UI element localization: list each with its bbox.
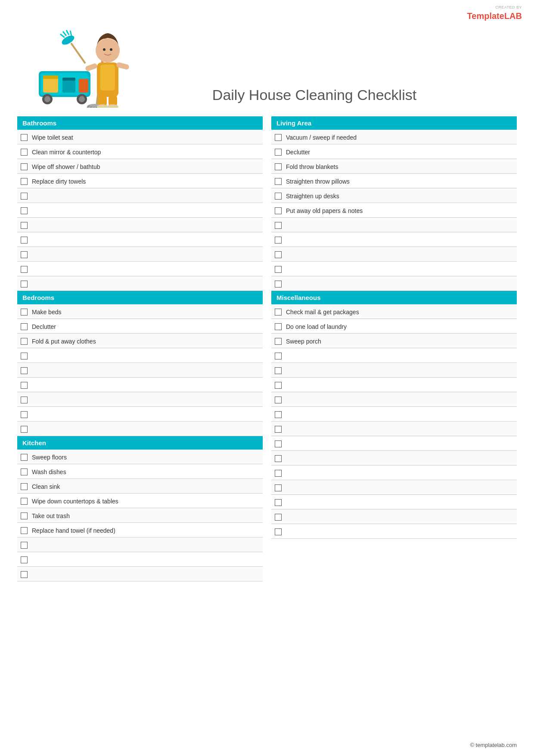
row-label: Fold throw blankets bbox=[286, 163, 338, 170]
row-label: Sweep floors bbox=[32, 454, 67, 461]
checklist-row: Replace hand towel (if needed) bbox=[17, 523, 263, 537]
content-area: BathroomsWipe toilet seatClean mirror & … bbox=[0, 116, 534, 599]
row-label: Declutter bbox=[286, 149, 310, 156]
checkbox[interactable] bbox=[275, 178, 282, 185]
checkbox[interactable] bbox=[21, 397, 28, 403]
checkbox[interactable] bbox=[275, 149, 282, 156]
checklist-row: Fold throw blankets bbox=[271, 159, 517, 174]
svg-rect-19 bbox=[100, 65, 115, 91]
checkbox[interactable] bbox=[21, 469, 28, 475]
checkbox[interactable] bbox=[21, 367, 28, 374]
checkbox[interactable] bbox=[21, 163, 28, 170]
checklist-row bbox=[17, 348, 263, 363]
checkbox[interactable] bbox=[275, 237, 282, 244]
checklist-row: Wash dishes bbox=[17, 464, 263, 479]
section-header-bathrooms: Bathrooms bbox=[17, 116, 263, 130]
checkbox[interactable] bbox=[275, 353, 282, 359]
checkbox[interactable] bbox=[275, 397, 282, 403]
checkbox[interactable] bbox=[21, 382, 28, 389]
checklist-row: Sweep porch bbox=[271, 334, 517, 348]
svg-point-20 bbox=[96, 38, 120, 62]
row-label: Fold & put away clothes bbox=[32, 338, 96, 345]
checkbox[interactable] bbox=[275, 134, 282, 141]
checkbox[interactable] bbox=[275, 266, 282, 273]
checkbox[interactable] bbox=[275, 193, 282, 200]
checklist-row bbox=[17, 567, 263, 581]
checklist-row bbox=[271, 232, 517, 247]
checkbox[interactable] bbox=[21, 266, 28, 273]
section-header-bedrooms: Bedrooms bbox=[17, 291, 263, 304]
checklist-row bbox=[271, 451, 517, 465]
checkbox[interactable] bbox=[21, 483, 28, 490]
svg-rect-9 bbox=[62, 78, 75, 81]
page-title: Daily House Cleaning Checklist bbox=[146, 87, 508, 108]
checkbox[interactable] bbox=[21, 222, 28, 229]
row-label: Sweep porch bbox=[286, 338, 321, 345]
brand-name: TemplateLAB bbox=[467, 10, 522, 22]
checkbox[interactable] bbox=[21, 149, 28, 156]
checkbox[interactable] bbox=[21, 338, 28, 345]
checkbox[interactable] bbox=[21, 237, 28, 244]
checkbox[interactable] bbox=[275, 323, 282, 330]
checkbox[interactable] bbox=[275, 163, 282, 170]
checkbox[interactable] bbox=[275, 484, 282, 491]
checkbox[interactable] bbox=[21, 251, 28, 258]
checkbox[interactable] bbox=[275, 411, 282, 418]
checkbox[interactable] bbox=[21, 178, 28, 185]
right-column: Living AreaVacuum / sweep if neededDeclu… bbox=[271, 116, 517, 581]
checkbox[interactable] bbox=[275, 338, 282, 345]
checkbox[interactable] bbox=[21, 426, 28, 433]
checkbox[interactable] bbox=[275, 281, 282, 287]
row-label: Take out trash bbox=[32, 512, 70, 519]
checkbox[interactable] bbox=[275, 251, 282, 258]
checklist-row bbox=[17, 552, 263, 567]
checkbox[interactable] bbox=[21, 498, 28, 505]
checkbox[interactable] bbox=[275, 367, 282, 374]
illustration bbox=[26, 13, 146, 108]
row-label: Straighten up desks bbox=[286, 193, 339, 200]
checkbox[interactable] bbox=[275, 440, 282, 447]
checkbox[interactable] bbox=[21, 512, 28, 519]
checkbox[interactable] bbox=[275, 426, 282, 433]
checklist-row bbox=[271, 524, 517, 539]
checkbox[interactable] bbox=[21, 323, 28, 330]
checkbox[interactable] bbox=[275, 455, 282, 462]
brand-lab: LAB bbox=[504, 11, 522, 21]
checkbox[interactable] bbox=[275, 207, 282, 214]
footer: © templatelab.com bbox=[470, 742, 517, 748]
checkbox[interactable] bbox=[275, 382, 282, 389]
checklist-row bbox=[271, 422, 517, 436]
checkbox[interactable] bbox=[21, 281, 28, 287]
checklist-row: Fold & put away clothes bbox=[17, 334, 263, 348]
checkbox[interactable] bbox=[275, 514, 282, 521]
checkbox[interactable] bbox=[21, 309, 28, 316]
checkbox[interactable] bbox=[21, 134, 28, 141]
checkbox[interactable] bbox=[275, 222, 282, 229]
row-label: Vacuum / sweep if needed bbox=[286, 134, 357, 141]
checkbox[interactable] bbox=[21, 411, 28, 418]
checkbox[interactable] bbox=[275, 309, 282, 316]
checklist-row bbox=[271, 407, 517, 422]
checklist-row bbox=[17, 422, 263, 436]
checkbox[interactable] bbox=[21, 571, 28, 578]
checklist-row bbox=[271, 363, 517, 378]
checkbox[interactable] bbox=[21, 556, 28, 563]
svg-rect-23 bbox=[85, 63, 98, 72]
checkbox[interactable] bbox=[21, 454, 28, 461]
checkbox[interactable] bbox=[21, 527, 28, 534]
svg-point-3 bbox=[44, 96, 50, 102]
checkbox[interactable] bbox=[21, 542, 28, 549]
checklist-row bbox=[271, 495, 517, 509]
checkbox[interactable] bbox=[21, 353, 28, 359]
checklist-row bbox=[271, 276, 517, 291]
checkbox[interactable] bbox=[275, 470, 282, 477]
checkbox[interactable] bbox=[21, 193, 28, 200]
row-label: Do one load of laundry bbox=[286, 323, 347, 330]
checkbox[interactable] bbox=[21, 207, 28, 214]
svg-line-32 bbox=[63, 31, 66, 36]
row-label: Wipe toilet seat bbox=[32, 134, 73, 141]
checkbox[interactable] bbox=[275, 528, 282, 535]
row-label: Declutter bbox=[32, 323, 56, 330]
checklist-row: Do one load of laundry bbox=[271, 319, 517, 334]
checkbox[interactable] bbox=[275, 499, 282, 506]
